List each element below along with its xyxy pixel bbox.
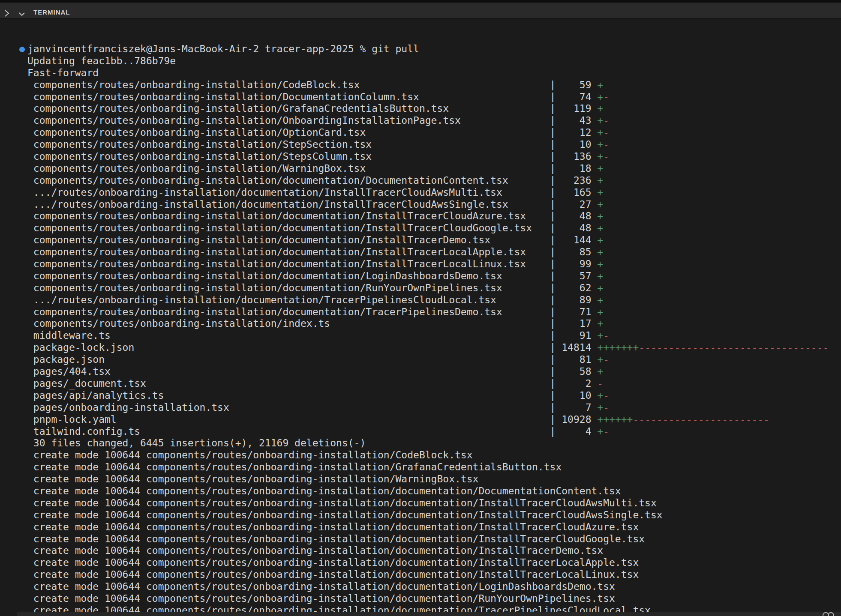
diffstat-file: components/routes/onboarding-installatio… bbox=[27, 270, 550, 281]
diffstat-plus-marks: + bbox=[597, 282, 603, 293]
diffstat-pipe: | bbox=[550, 175, 556, 186]
diffstat-pipe: | bbox=[550, 414, 556, 425]
diffstat-file: components/routes/onboarding-installatio… bbox=[27, 222, 550, 233]
diffstat-file: components/routes/onboarding-installatio… bbox=[27, 306, 550, 317]
diffstat-plus-marks: + bbox=[597, 127, 603, 138]
diffstat-plus-marks: + bbox=[597, 270, 603, 281]
diffstat-file: components/routes/onboarding-installatio… bbox=[27, 318, 550, 329]
diffstat-pipe: | bbox=[550, 318, 556, 329]
diffstat-plus-marks: + bbox=[597, 246, 603, 257]
diffstat-count: 85 bbox=[556, 246, 597, 257]
diffstat-row: .../routes/onboarding-installation/docum… bbox=[27, 199, 841, 211]
create-mode-line: create mode 100644 components/routes/onb… bbox=[27, 485, 841, 497]
diffstat-pipe: | bbox=[550, 426, 556, 437]
diffstat-pipe: | bbox=[550, 306, 556, 317]
command-success-dot[interactable] bbox=[19, 47, 25, 52]
diffstat-row: package-lock.json | 14814 +++++++-------… bbox=[27, 342, 841, 354]
diffstat-file: components/routes/onboarding-installatio… bbox=[27, 282, 550, 293]
diffstat-plus-marks: + bbox=[597, 187, 603, 198]
diffstat-minus-marks: - bbox=[603, 139, 609, 150]
create-mode-line: create mode 100644 components/routes/onb… bbox=[27, 593, 841, 605]
chevron-right-icon[interactable] bbox=[3, 9, 10, 17]
diffstat-count: 165 bbox=[556, 187, 597, 198]
cutoff-notification-icon[interactable] bbox=[823, 612, 835, 616]
diffstat-row: components/routes/onboarding-installatio… bbox=[27, 151, 841, 163]
diffstat-row: .../routes/onboarding-installation/docum… bbox=[27, 187, 841, 199]
diffstat-minus-marks: - bbox=[603, 402, 609, 413]
diffstat-count: 62 bbox=[556, 282, 597, 293]
diffstat-row: components/routes/onboarding-installatio… bbox=[27, 246, 841, 258]
diffstat-pipe: | bbox=[550, 79, 556, 90]
diffstat-row: package.json | 81 +- bbox=[27, 354, 841, 366]
diffstat-plus-marks: +++++++ bbox=[597, 342, 639, 353]
diffstat-file: components/routes/onboarding-installatio… bbox=[27, 175, 550, 186]
diffstat-row: components/routes/onboarding-installatio… bbox=[27, 210, 841, 222]
diffstat-plus-marks: + bbox=[597, 210, 603, 221]
diffstat-count: 7 bbox=[556, 402, 597, 413]
diffstat-file: components/routes/onboarding-installatio… bbox=[27, 210, 550, 221]
diffstat-file: components/routes/onboarding-installatio… bbox=[27, 139, 550, 150]
diffstat-minus-marks: ----------------------- bbox=[633, 414, 769, 425]
diffstat-file: components/routes/onboarding-installatio… bbox=[27, 103, 550, 114]
diffstat-row: components/routes/onboarding-installatio… bbox=[27, 139, 841, 151]
diffstat-plus-marks: + bbox=[597, 258, 603, 269]
terminal-panel-title[interactable]: TERMINAL bbox=[33, 9, 70, 16]
diffstat-row: pages/404.tsx | 58 + bbox=[27, 366, 841, 378]
diffstat-count: 48 bbox=[556, 222, 597, 233]
diffstat-file: tailwind.config.ts bbox=[27, 426, 550, 437]
diffstat-file: components/routes/onboarding-installatio… bbox=[27, 127, 550, 138]
diffstat-file: components/routes/onboarding-installatio… bbox=[27, 163, 550, 174]
diffstat-pipe: | bbox=[550, 378, 556, 389]
diffstat-pipe: | bbox=[550, 258, 556, 269]
diffstat-pipe: | bbox=[550, 390, 556, 401]
diffstat-pipe: | bbox=[550, 366, 556, 377]
diffstat-count: 236 bbox=[556, 175, 597, 186]
diffstat-plus-marks: + bbox=[597, 426, 603, 437]
diffstat-minus-marks: - bbox=[603, 330, 609, 341]
diffstat-count: 74 bbox=[556, 91, 597, 102]
create-mode-line: create mode 100644 components/routes/onb… bbox=[27, 509, 841, 521]
diffstat-pipe: | bbox=[550, 234, 556, 245]
diffstat-row: pnpm-lock.yaml | 10928 ++++++-----------… bbox=[27, 414, 841, 426]
terminal-output-line: Fast-forward bbox=[27, 67, 841, 79]
diffstat-plus-marks: ++++++ bbox=[597, 414, 633, 425]
diffstat-minus-marks: - bbox=[603, 91, 609, 102]
diffstat-row: .../routes/onboarding-installation/docum… bbox=[27, 294, 841, 306]
diffstat-count: 14814 bbox=[556, 342, 597, 353]
terminal-output[interactable]: janvincentfranciszek@Jans-MacBook-Air-2 … bbox=[27, 43, 841, 616]
diffstat-plus-marks: + bbox=[597, 139, 603, 150]
diffstat-file: middleware.ts bbox=[27, 330, 550, 341]
diffstat-pipe: | bbox=[550, 139, 556, 150]
create-mode-line: create mode 100644 components/routes/onb… bbox=[27, 497, 841, 509]
diffstat-minus-marks: - bbox=[603, 390, 609, 401]
diffstat-pipe: | bbox=[550, 294, 556, 305]
diffstat-row: components/routes/onboarding-installatio… bbox=[27, 115, 841, 127]
diffstat-file: .../routes/onboarding-installation/docum… bbox=[27, 294, 550, 305]
diffstat-file: components/routes/onboarding-installatio… bbox=[27, 258, 550, 269]
diffstat-plus-marks: + bbox=[597, 163, 603, 174]
diffstat-pipe: | bbox=[550, 91, 556, 102]
terminal-panel[interactable]: janvincentfranciszek@Jans-MacBook-Air-2 … bbox=[0, 19, 841, 616]
diffstat-pipe: | bbox=[550, 103, 556, 114]
create-mode-line: create mode 100644 components/routes/onb… bbox=[27, 545, 841, 557]
diffstat-count: 99 bbox=[556, 258, 597, 269]
diffstat-count: 10 bbox=[556, 390, 597, 401]
diffstat-pipe: | bbox=[550, 354, 556, 365]
diffstat-file: components/routes/onboarding-installatio… bbox=[27, 246, 550, 257]
diffstat-minus-marks: - bbox=[603, 127, 609, 138]
diffstat-plus-marks: + bbox=[597, 91, 603, 102]
diffstat-pipe: | bbox=[550, 402, 556, 413]
diffstat-pipe: | bbox=[550, 342, 556, 353]
diffstat-minus-marks: - bbox=[603, 426, 609, 437]
diffstat-plus-marks: + bbox=[597, 103, 603, 114]
diffstat-count: 2 bbox=[556, 378, 597, 389]
diffstat-plus-marks: + bbox=[597, 175, 603, 186]
diffstat-pipe: | bbox=[550, 222, 556, 233]
create-mode-line: create mode 100644 components/routes/onb… bbox=[27, 569, 841, 581]
chevron-down-icon[interactable] bbox=[18, 12, 25, 17]
terminal-output-line: Updating feac1bb..786b79e bbox=[27, 55, 841, 67]
diffstat-count: 119 bbox=[556, 103, 597, 114]
diffstat-pipe: | bbox=[550, 115, 556, 126]
diffstat-count: 144 bbox=[556, 234, 597, 245]
create-mode-line: create mode 100644 components/routes/onb… bbox=[27, 557, 841, 569]
